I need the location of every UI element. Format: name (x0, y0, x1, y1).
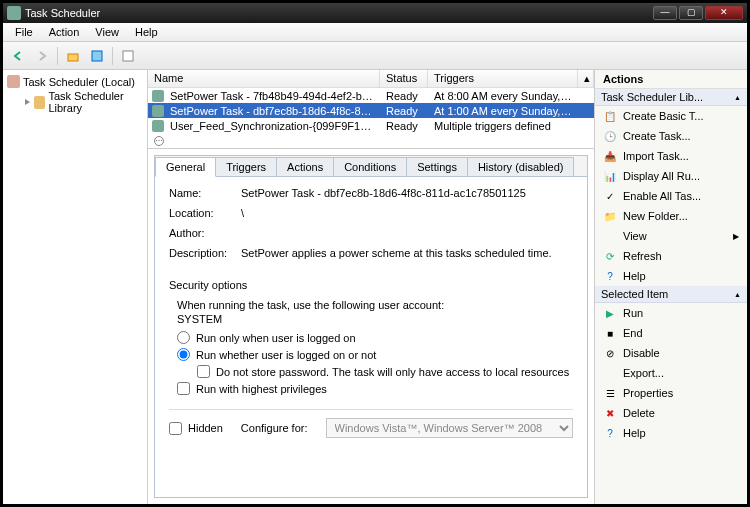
svg-rect-2 (123, 51, 133, 61)
folder-icon: 📁 (603, 209, 617, 223)
action-delete[interactable]: ✖Delete (595, 403, 747, 423)
action-create-basic[interactable]: 📋Create Basic T... (595, 106, 747, 126)
app-icon (7, 6, 21, 20)
scroll-up-button[interactable]: ▴ (578, 70, 594, 87)
disable-icon: ⊘ (603, 346, 617, 360)
task-icon (152, 105, 164, 117)
menubar: File Action View Help (3, 23, 747, 42)
menu-action[interactable]: Action (41, 24, 88, 40)
menu-file[interactable]: File (7, 24, 41, 40)
toolbar (3, 42, 747, 70)
action-run[interactable]: ▶Run (595, 303, 747, 323)
enable-icon: ✓ (603, 189, 617, 203)
action-display-all[interactable]: 📊Display All Ru... (595, 166, 747, 186)
action-refresh[interactable]: ⟳Refresh (595, 246, 747, 266)
tab-body: Name:SetPower Task - dbf7ec8b-18d6-4f8c-… (155, 176, 587, 497)
more-indicator[interactable]: ⋯ (148, 133, 594, 148)
help-icon: ? (603, 269, 617, 283)
expand-icon[interactable] (23, 97, 31, 107)
action-create-task[interactable]: 🕒Create Task... (595, 126, 747, 146)
col-status[interactable]: Status (380, 70, 428, 87)
action-help[interactable]: ?Help (595, 266, 747, 286)
action-new-folder[interactable]: 📁New Folder... (595, 206, 747, 226)
details-pane: General Triggers Actions Conditions Sett… (148, 149, 594, 504)
tab-general[interactable]: General (155, 157, 216, 177)
task-icon (152, 90, 164, 102)
tab-triggers[interactable]: Triggers (216, 157, 277, 177)
radio-loggedon[interactable] (177, 331, 190, 344)
author-value (241, 227, 573, 239)
up-button[interactable] (62, 45, 84, 67)
action-import-task[interactable]: 📥Import Task... (595, 146, 747, 166)
radio-whether[interactable] (177, 348, 190, 361)
action-end[interactable]: ■End (595, 323, 747, 343)
tree-root[interactable]: Task Scheduler (Local) (5, 74, 145, 89)
delete-icon: ✖ (603, 406, 617, 420)
tab-actions[interactable]: Actions (277, 157, 334, 177)
refresh-button[interactable] (86, 45, 108, 67)
security-prompt: When running the task, use the following… (177, 299, 573, 311)
window-title: Task Scheduler (25, 7, 653, 19)
actions-section-selected[interactable]: Selected Item▲ (595, 286, 747, 303)
stop-icon: ■ (603, 326, 617, 340)
task-row[interactable]: User_Feed_Synchronization-{099F9F1D-04AF… (148, 118, 594, 133)
configure-select[interactable]: Windows Vista™, Windows Server™ 2008 (326, 418, 573, 438)
close-button[interactable]: ✕ (705, 6, 743, 20)
task-list: Name Status Triggers ▴ SetPower Task - 7… (148, 70, 594, 149)
name-value: SetPower Task - dbf7ec8b-18d6-4f8c-811d-… (241, 187, 573, 199)
task-icon (152, 120, 164, 132)
help-icon: ? (603, 426, 617, 440)
clock-icon (7, 75, 20, 88)
refresh-icon: ⟳ (603, 249, 617, 263)
tree-library[interactable]: Task Scheduler Library (5, 89, 145, 115)
wizard-icon: 📋 (603, 109, 617, 123)
col-name[interactable]: Name (148, 70, 380, 87)
configure-label: Configure for: (241, 422, 308, 434)
author-label: Author: (169, 227, 241, 239)
action-export[interactable]: Export... (595, 363, 747, 383)
action-properties[interactable]: ☰Properties (595, 383, 747, 403)
forward-button[interactable] (31, 45, 53, 67)
location-label: Location: (169, 207, 241, 219)
main-pane: Name Status Triggers ▴ SetPower Task - 7… (148, 70, 595, 504)
menu-help[interactable]: Help (127, 24, 166, 40)
col-triggers[interactable]: Triggers (428, 70, 578, 87)
action-help-2[interactable]: ?Help (595, 423, 747, 443)
actions-title: Actions (595, 70, 747, 89)
task-row[interactable]: SetPower Task - 7fb48b49-494d-4ef2-be3a-… (148, 88, 594, 103)
location-value: \ (241, 207, 573, 219)
folder-icon (34, 96, 45, 109)
app-window: Task Scheduler — ▢ ✕ File Action View He… (2, 2, 748, 505)
list-icon: 📊 (603, 169, 617, 183)
action-disable[interactable]: ⊘Disable (595, 343, 747, 363)
minimize-button[interactable]: — (653, 6, 677, 20)
tabs: General Triggers Actions Conditions Sett… (155, 156, 587, 176)
action-view[interactable]: View▶ (595, 226, 747, 246)
play-icon: ▶ (603, 306, 617, 320)
maximize-button[interactable]: ▢ (679, 6, 703, 20)
check-highest[interactable] (177, 382, 190, 395)
list-header: Name Status Triggers ▴ (148, 70, 594, 88)
tab-history[interactable]: History (disabled) (468, 157, 575, 177)
svg-rect-0 (68, 54, 78, 61)
titlebar: Task Scheduler — ▢ ✕ (3, 3, 747, 23)
check-hidden[interactable] (169, 422, 182, 435)
chevron-right-icon: ▶ (733, 232, 739, 241)
security-heading: Security options (169, 279, 573, 291)
tab-conditions[interactable]: Conditions (334, 157, 407, 177)
tab-settings[interactable]: Settings (407, 157, 468, 177)
tree-pane: Task Scheduler (Local) Task Scheduler Li… (3, 70, 148, 504)
check-nopassword[interactable] (197, 365, 210, 378)
task-icon: 🕒 (603, 129, 617, 143)
action-enable-all[interactable]: ✓Enable All Tas... (595, 186, 747, 206)
back-button[interactable] (7, 45, 29, 67)
svg-rect-1 (92, 51, 102, 61)
name-label: Name: (169, 187, 241, 199)
properties-icon: ☰ (603, 386, 617, 400)
properties-button[interactable] (117, 45, 139, 67)
task-row-selected[interactable]: SetPower Task - dbf7ec8b-18d6-4f8c-811d-… (148, 103, 594, 118)
actions-section-library[interactable]: Task Scheduler Lib...▲ (595, 89, 747, 106)
description-value: SetPower applies a power scheme at this … (241, 247, 573, 259)
menu-view[interactable]: View (87, 24, 127, 40)
import-icon: 📥 (603, 149, 617, 163)
